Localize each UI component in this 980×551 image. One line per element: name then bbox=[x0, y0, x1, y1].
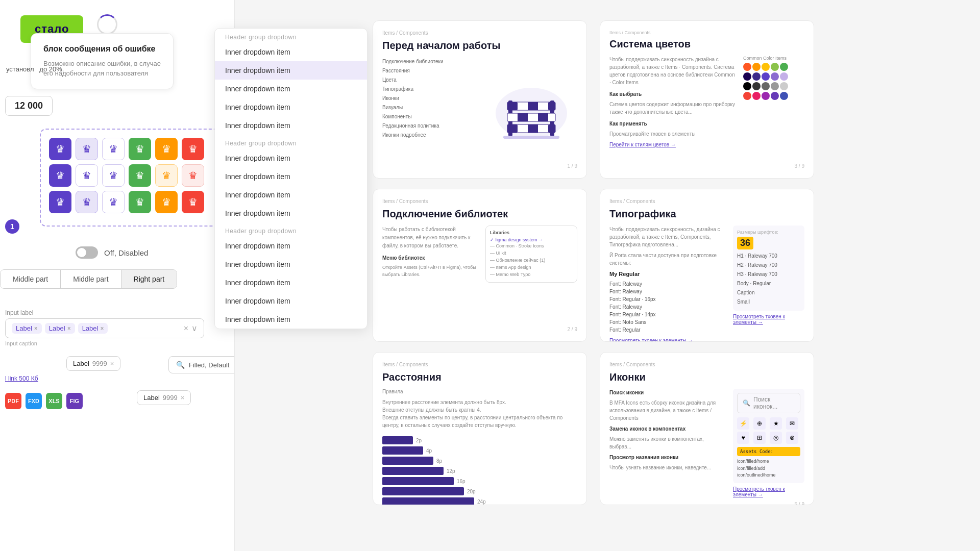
dropdown-item[interactable]: Inner dropdown item bbox=[215, 98, 367, 116]
dropdown-item[interactable]: Inner dropdown item bbox=[215, 273, 367, 292]
icon-cell[interactable]: ♛ bbox=[49, 191, 71, 213]
card-page: 2 / 9 bbox=[382, 327, 577, 332]
preview-right-column: Items / Components Система цветов Чтобы … bbox=[600, 20, 814, 531]
search-label: Поиск иконок... bbox=[753, 396, 795, 410]
tag-3[interactable]: Label × bbox=[78, 323, 108, 334]
icon-preview-item[interactable]: ◎ bbox=[770, 432, 782, 444]
tag-remove-icon[interactable]: × bbox=[34, 325, 38, 332]
dropdown-item[interactable]: Inner dropdown item bbox=[215, 186, 367, 204]
label-pill-2[interactable]: Label 9999 × bbox=[137, 390, 191, 405]
icon-preview-item[interactable]: ⊗ bbox=[786, 432, 798, 444]
pdf-icon[interactable]: PDF bbox=[5, 393, 21, 409]
preview-left-column: Items / Components Перед началом работы … bbox=[373, 20, 587, 531]
seg-item-middle1[interactable]: Middle part bbox=[1, 270, 61, 288]
menu-item[interactable]: Типографика bbox=[382, 85, 479, 94]
icon-cell[interactable]: ♛ bbox=[182, 191, 204, 213]
error-card-title: блок сообщения об ошибке bbox=[43, 44, 161, 55]
tag-1[interactable]: Label × bbox=[12, 323, 42, 334]
menu-item[interactable]: Компоненты bbox=[382, 112, 479, 121]
fig-icon[interactable]: FIG bbox=[66, 393, 83, 409]
typo-link[interactable]: Просмотреть тховен к элементы → bbox=[733, 314, 804, 325]
icon-preview-item[interactable]: ⊕ bbox=[753, 417, 766, 430]
label-pill-1[interactable]: Label 9999 × bbox=[66, 356, 120, 371]
dropdown-item[interactable]: Inner dropdown item bbox=[215, 61, 367, 80]
file-link[interactable]: l link 500 Кб bbox=[5, 375, 38, 382]
card-text: Чтобы работать с библиотекой компонентов… bbox=[382, 226, 479, 322]
card-breadcrumb: Items / Components bbox=[609, 362, 804, 367]
icon-cell[interactable]: ♛ bbox=[129, 138, 151, 160]
dropdown-item[interactable]: Inner dropdown item bbox=[215, 292, 367, 310]
icon-cell[interactable]: ♛ bbox=[129, 164, 151, 187]
menu-item[interactable]: Редакционная политика bbox=[382, 121, 479, 131]
icon-preview-item[interactable]: ✉ bbox=[786, 417, 798, 430]
card-top: Items / Components bbox=[609, 30, 804, 35]
icon-cell[interactable]: ♛ bbox=[76, 164, 98, 187]
card-breadcrumb: Items / Components bbox=[609, 198, 804, 204]
card-text: Чтобы поддерживать синхронность дизайна … bbox=[609, 56, 737, 159]
icon-cell[interactable]: ♛ bbox=[155, 164, 178, 187]
tag-remove-icon[interactable]: × bbox=[67, 325, 71, 332]
icon-cell[interactable]: ♛ bbox=[102, 138, 125, 160]
dropdown-item[interactable]: Inner dropdown item bbox=[215, 255, 367, 273]
dropdown-item[interactable]: Inner dropdown item bbox=[215, 80, 367, 98]
tag-2[interactable]: Label × bbox=[45, 323, 75, 334]
dropdown-item[interactable]: Inner dropdown item bbox=[215, 43, 367, 61]
icon-search[interactable]: 🔍 Поиск иконок... bbox=[737, 393, 800, 413]
seg-item-right[interactable]: Right part bbox=[121, 270, 177, 288]
card-title: Перед началом работы bbox=[382, 39, 577, 52]
menu-item[interactable]: Подключение библиотеки bbox=[382, 57, 479, 66]
card-breadcrumb: Items / Components bbox=[609, 30, 651, 35]
label-close-icon[interactable]: × bbox=[110, 360, 114, 367]
icon-cell[interactable]: ♛ bbox=[76, 191, 98, 213]
icon-preview-item[interactable]: ⚡ bbox=[737, 417, 749, 430]
menu-item[interactable]: Расстояния bbox=[382, 66, 479, 76]
icon-cell[interactable]: ♛ bbox=[155, 138, 178, 160]
icon-cell[interactable]: ♛ bbox=[182, 164, 204, 187]
icons-link[interactable]: Просмотреть тховен к элементы → bbox=[733, 486, 804, 497]
icon-row-2: ♛ ♛ ♛ ♛ ♛ ♛ bbox=[49, 164, 219, 187]
preview-card-distances: Items / Components Расстояния Правила Вн… bbox=[373, 352, 587, 505]
chevron-down-icon[interactable]: ∨ bbox=[191, 323, 198, 333]
toggle-track[interactable] bbox=[76, 246, 98, 259]
icon-cell[interactable]: ♛ bbox=[49, 138, 71, 160]
menu-item[interactable]: Визуалы bbox=[382, 103, 479, 112]
preview-card-typography: Items / Components Типографика Чтобы под… bbox=[600, 189, 814, 342]
icon-cell[interactable]: ♛ bbox=[155, 191, 178, 213]
card-link[interactable]: Перейти к стилям цветов → bbox=[609, 142, 676, 147]
tag-remove-icon[interactable]: × bbox=[100, 325, 104, 332]
icon-cell[interactable]: ♛ bbox=[102, 164, 125, 187]
clear-icon[interactable]: × bbox=[184, 324, 188, 333]
icon-cell[interactable]: ♛ bbox=[49, 164, 71, 187]
menu-item[interactable]: Иконки подробнее bbox=[382, 131, 479, 140]
search-box[interactable]: 🔍 Filled, Default bbox=[168, 356, 235, 373]
icon-preview-item[interactable]: ⊞ bbox=[753, 432, 766, 444]
dropdown-scroll[interactable]: Header group dropdown Inner dropdown ite… bbox=[215, 29, 367, 329]
segmented-control[interactable]: Middle part Middle part Right part bbox=[0, 269, 177, 289]
menu-item[interactable]: Цвета bbox=[382, 76, 479, 85]
icon-cell[interactable]: ♛ bbox=[76, 138, 98, 160]
tag-input-box[interactable]: Label × Label × Label × × ∨ bbox=[5, 318, 204, 338]
doc-icon[interactable]: FXD bbox=[26, 393, 42, 409]
toggle-label: Off, Disabled bbox=[104, 248, 148, 257]
dropdown-item[interactable]: Inner dropdown item bbox=[215, 116, 367, 135]
card-breadcrumb: Items / Components bbox=[382, 362, 577, 367]
dropdown-item[interactable]: Inner dropdown item bbox=[215, 237, 367, 255]
card-link[interactable]: Просмотреть тховен к элементы → bbox=[609, 337, 727, 342]
dropdown-item[interactable]: Inner dropdown item bbox=[215, 310, 367, 329]
icon-preview-item[interactable]: ★ bbox=[770, 417, 782, 430]
dist-label: 16р bbox=[457, 479, 465, 484]
dropdown-item[interactable]: Inner dropdown item bbox=[215, 204, 367, 222]
label-close-icon[interactable]: × bbox=[181, 394, 185, 402]
loading-spinner bbox=[97, 14, 117, 35]
icon-cell[interactable]: ♛ bbox=[182, 138, 204, 160]
icon-cell[interactable]: ♛ bbox=[102, 191, 125, 213]
seg-item-middle2[interactable]: Middle part bbox=[61, 270, 121, 288]
toggle-row[interactable]: Off, Disabled bbox=[76, 246, 148, 259]
dropdown-item[interactable]: Inner dropdown item bbox=[215, 167, 367, 186]
dropdown-item[interactable]: Inner dropdown item bbox=[215, 149, 367, 167]
icon-preview-item[interactable]: ♥ bbox=[737, 432, 749, 444]
menu-item[interactable]: Иконки bbox=[382, 94, 479, 103]
icon-cell[interactable]: ♛ bbox=[129, 191, 151, 213]
xls-icon[interactable]: XLS bbox=[46, 393, 62, 409]
card-page: 5 / 9 bbox=[609, 502, 804, 506]
